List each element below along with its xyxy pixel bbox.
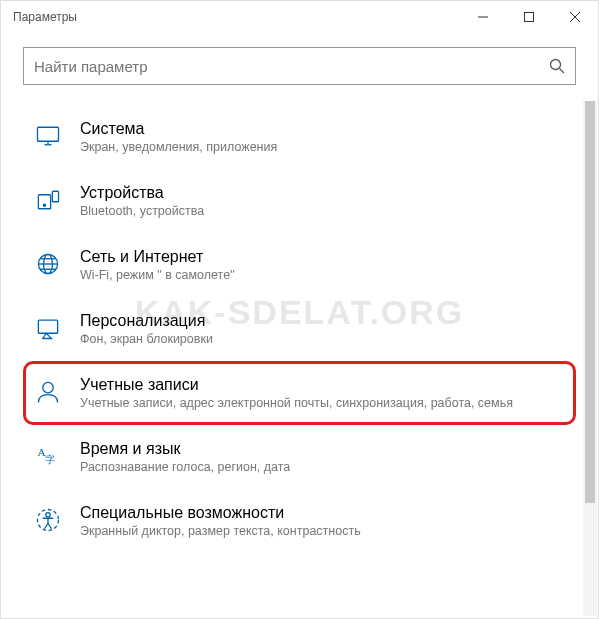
category-system[interactable]: Система Экран, уведомления, приложения (23, 105, 576, 169)
category-personalization[interactable]: Персонализация Фон, экран блокировки (23, 297, 576, 361)
category-timelang[interactable]: A字 Время и язык Распознавание голоса, ре… (23, 425, 576, 489)
category-network[interactable]: Сеть и Интернет Wi-Fi, режим " в самолет… (23, 233, 576, 297)
svg-line-5 (560, 69, 565, 74)
search-input[interactable] (34, 58, 549, 75)
person-icon (32, 376, 64, 408)
time-lang-icon: A字 (32, 440, 64, 472)
category-desc: Bluetooth, устройства (80, 204, 204, 218)
svg-point-22 (46, 513, 50, 517)
system-icon (32, 120, 64, 152)
category-title: Персонализация (80, 312, 213, 330)
window-title: Параметры (13, 10, 460, 24)
window-controls (460, 1, 598, 33)
search-box[interactable] (23, 47, 576, 85)
category-title: Система (80, 120, 277, 138)
category-title: Сеть и Интернет (80, 248, 235, 266)
svg-point-4 (551, 60, 561, 70)
devices-icon (32, 184, 64, 216)
globe-icon (32, 248, 64, 280)
svg-point-18 (43, 382, 54, 393)
scroll-thumb[interactable] (585, 101, 595, 503)
svg-rect-10 (52, 191, 58, 202)
category-accounts[interactable]: Учетные записи Учетные записи, адрес эле… (23, 361, 576, 425)
category-desc: Экранный диктор, размер текста, контраст… (80, 524, 361, 538)
category-list: Система Экран, уведомления, приложения У… (23, 105, 576, 553)
search-icon (549, 58, 565, 74)
svg-rect-17 (38, 320, 57, 333)
vertical-scrollbar[interactable] (583, 101, 597, 616)
category-desc: Учетные записи, адрес электронной почты,… (80, 396, 513, 410)
category-title: Время и язык (80, 440, 290, 458)
close-button[interactable] (552, 1, 598, 33)
category-desc: Экран, уведомления, приложения (80, 140, 277, 154)
svg-rect-1 (525, 13, 534, 22)
svg-point-11 (43, 204, 45, 206)
minimize-button[interactable] (460, 1, 506, 33)
category-title: Учетные записи (80, 376, 513, 394)
svg-text:字: 字 (45, 454, 55, 465)
maximize-button[interactable] (506, 1, 552, 33)
svg-rect-6 (38, 127, 59, 141)
category-title: Устройства (80, 184, 204, 202)
category-title: Специальные возможности (80, 504, 361, 522)
content-area: KAK-SDELAT.ORG Система Экран, уведомлени… (1, 33, 598, 618)
paintbrush-icon (32, 312, 64, 344)
ease-of-access-icon (32, 504, 64, 536)
category-devices[interactable]: Устройства Bluetooth, устройства (23, 169, 576, 233)
settings-window: Параметры KAK-SDELAT.ORG (1, 1, 598, 618)
titlebar: Параметры (1, 1, 598, 33)
category-desc: Фон, экран блокировки (80, 332, 213, 346)
category-ease[interactable]: Специальные возможности Экранный диктор,… (23, 489, 576, 553)
category-desc: Распознавание голоса, регион, дата (80, 460, 290, 474)
category-desc: Wi-Fi, режим " в самолете" (80, 268, 235, 282)
